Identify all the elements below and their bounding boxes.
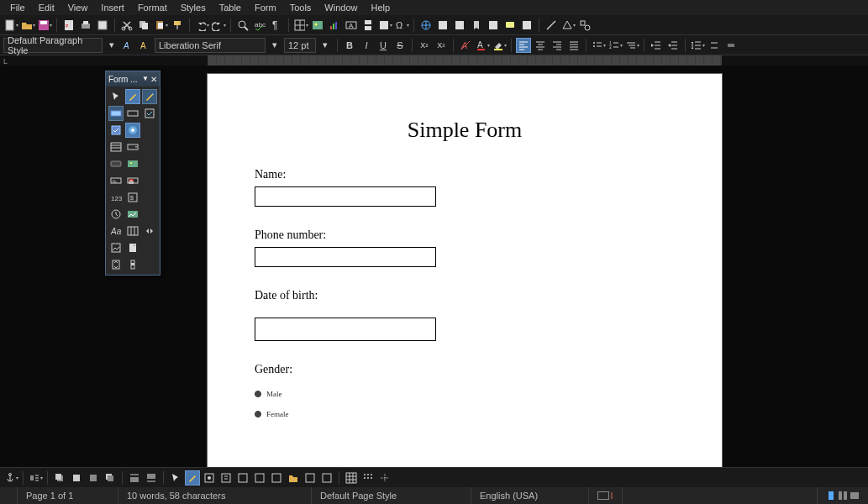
font-name-dropdown-icon[interactable]: ▾	[267, 38, 282, 53]
status-insert-mode[interactable]: I	[589, 487, 623, 504]
design-mode-button[interactable]	[125, 89, 140, 104]
foreground-button[interactable]	[127, 470, 142, 486]
name-field[interactable]	[255, 186, 436, 207]
menu-insert[interactable]: Insert	[94, 2, 131, 13]
align-justify-button[interactable]	[566, 38, 581, 53]
spin-button-control-button[interactable]	[108, 257, 124, 272]
status-word-count[interactable]: 10 words, 58 characters	[118, 487, 312, 504]
status-page[interactable]: Page 1 of 1	[18, 487, 118, 504]
align-center-button[interactable]	[533, 38, 548, 53]
form-properties-button[interactable]	[218, 470, 234, 486]
increase-paragraph-spacing-button[interactable]	[707, 38, 722, 53]
insert-table-button[interactable]	[293, 18, 308, 33]
print-preview-button[interactable]	[95, 18, 110, 33]
form-controls-panel[interactable]: Form ... ▼ ✕ fx 📅 123 $ Aa	[105, 71, 160, 276]
bring-front-button[interactable]	[52, 470, 67, 486]
auto-focus-button[interactable]	[319, 470, 334, 486]
open-button[interactable]	[20, 18, 35, 33]
check-box-form-button[interactable]	[108, 123, 124, 138]
position-size-button[interactable]	[344, 470, 359, 486]
date-field-button[interactable]: 📅	[125, 173, 140, 188]
new-style-button[interactable]: A	[138, 38, 153, 53]
dob-field[interactable]	[255, 318, 436, 341]
font-size-dropdown-icon[interactable]: ▾	[318, 38, 333, 53]
menu-form[interactable]: Form	[248, 2, 283, 13]
new-button[interactable]	[3, 18, 18, 33]
save-button[interactable]	[37, 18, 52, 33]
open-read-only-button[interactable]	[302, 470, 318, 486]
font-size-combo[interactable]: 12 pt	[284, 38, 316, 53]
status-selection-mode[interactable]	[623, 487, 818, 504]
align-left-button[interactable]	[516, 38, 531, 53]
scrollbar-control-button[interactable]	[125, 257, 140, 272]
clear-formatting-button[interactable]: A	[458, 38, 473, 53]
strikethrough-button[interactable]: S	[392, 38, 408, 53]
increase-indent-button[interactable]	[649, 38, 664, 53]
gender-radio-female[interactable]: Female	[255, 410, 675, 418]
decrease-indent-button[interactable]	[665, 38, 681, 53]
paste-button[interactable]	[153, 18, 168, 33]
insert-footnote-button[interactable]	[435, 18, 450, 33]
menu-help[interactable]: Help	[364, 2, 397, 13]
file-selection-button[interactable]	[125, 240, 140, 255]
data-sources-button[interactable]	[286, 470, 301, 486]
select-tool-button[interactable]	[108, 89, 124, 104]
line-spacing-button[interactable]	[690, 38, 705, 53]
superscript-button[interactable]: X2	[417, 38, 432, 53]
grid-button[interactable]	[360, 470, 376, 486]
print-button[interactable]	[78, 18, 93, 33]
book-view-button[interactable]	[850, 491, 860, 501]
update-style-button[interactable]: A	[121, 38, 136, 53]
subscript-button[interactable]: X2	[434, 38, 449, 53]
redo-button[interactable]	[211, 18, 226, 33]
align-right-button[interactable]	[550, 38, 565, 53]
text-box-button[interactable]	[125, 106, 140, 121]
image-control-button[interactable]	[108, 240, 124, 255]
control-properties-button[interactable]	[202, 470, 217, 486]
spellcheck-button[interactable]: abc	[252, 18, 267, 33]
insert-page-break-button[interactable]	[360, 18, 376, 33]
design-mode-toggle[interactable]	[185, 470, 200, 486]
tab-type-indicator[interactable]: L	[3, 57, 8, 66]
show-draw-functions-button[interactable]	[577, 18, 592, 33]
formatting-marks-button[interactable]: ¶	[269, 18, 284, 33]
helplines-button[interactable]	[377, 470, 392, 486]
status-language[interactable]: English (USA)	[471, 487, 589, 504]
phone-field[interactable]	[255, 247, 436, 267]
clone-formatting-button[interactable]	[170, 18, 185, 33]
pattern-field-button[interactable]	[125, 207, 140, 222]
combo-box-button[interactable]	[125, 139, 140, 155]
menu-format[interactable]: Format	[131, 2, 174, 13]
insert-line-button[interactable]	[544, 18, 559, 33]
insert-symbol-button[interactable]: Ω	[394, 18, 409, 33]
table-control-button[interactable]	[125, 223, 140, 239]
basic-shapes-button[interactable]	[560, 18, 576, 33]
form-wizards-button[interactable]	[142, 89, 157, 104]
push-button-button[interactable]	[108, 156, 124, 171]
time-field-button[interactable]	[108, 207, 124, 222]
menu-window[interactable]: Window	[318, 2, 364, 13]
wrap-button[interactable]	[28, 470, 43, 486]
form-navigator-button[interactable]	[235, 470, 250, 486]
paragraph-style-dropdown-icon[interactable]: ▾	[104, 38, 119, 53]
single-page-view-button[interactable]	[826, 491, 836, 501]
menu-table[interactable]: Table	[213, 2, 248, 13]
insert-field-button[interactable]	[377, 18, 392, 33]
activation-order-button[interactable]	[252, 470, 267, 486]
decrease-paragraph-spacing-button[interactable]	[723, 38, 739, 53]
numbered-list-button[interactable]: 12	[608, 38, 623, 53]
menu-view[interactable]: View	[61, 2, 95, 13]
menu-edit[interactable]: Edit	[32, 2, 61, 13]
insert-comment-button[interactable]	[502, 18, 518, 33]
status-page-style[interactable]: Default Page Style	[312, 487, 471, 504]
gender-radio-male[interactable]: Male	[255, 390, 675, 398]
insert-endnote-button[interactable]	[452, 18, 467, 33]
insert-textbox-button[interactable]: A	[344, 18, 359, 33]
insert-chart-button[interactable]	[327, 18, 342, 33]
highlight-color-button[interactable]	[492, 38, 507, 53]
cut-button[interactable]	[119, 18, 134, 33]
background-button[interactable]	[144, 470, 159, 486]
insert-bookmark-button[interactable]	[469, 18, 484, 33]
insert-hyperlink-button[interactable]	[418, 18, 434, 33]
select-icon[interactable]	[168, 470, 183, 486]
